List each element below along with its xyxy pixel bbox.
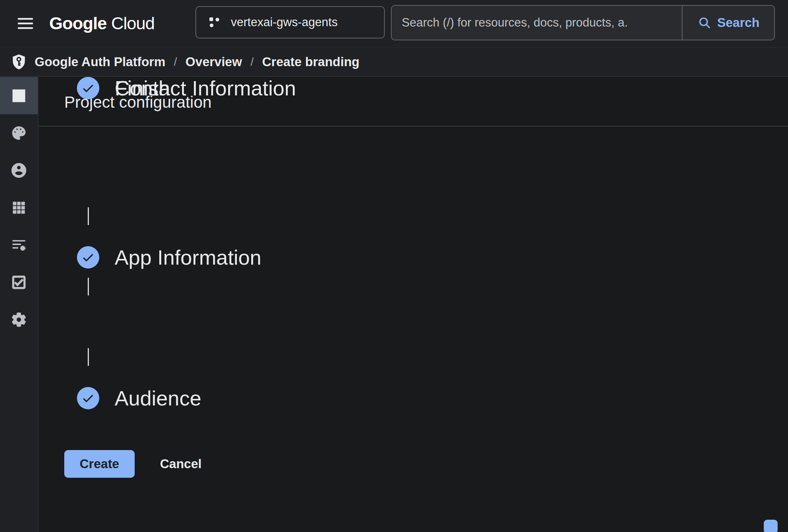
google-cloud-logo[interactable]: Google Cloud	[49, 13, 155, 33]
sidebar-item-branding[interactable]	[0, 114, 38, 152]
sidebar-item-overview[interactable]	[0, 77, 38, 114]
step-connector	[88, 348, 89, 366]
sidebar-item-clients[interactable]	[0, 189, 38, 226]
gear-icon	[10, 311, 27, 328]
sidebar	[0, 77, 38, 532]
logo-google-text: Google	[49, 13, 107, 33]
sidebar-item-settings[interactable]	[0, 301, 38, 338]
breadcrumb-separator: /	[250, 55, 254, 68]
menu-button[interactable]	[13, 11, 38, 36]
search-button-label: Search	[717, 15, 760, 30]
search-input[interactable]	[392, 6, 682, 40]
step-app-information: App Information	[77, 246, 261, 269]
step-connector	[88, 278, 89, 295]
bottom-right-fab[interactable]	[764, 520, 778, 532]
hamburger-icon	[15, 13, 35, 33]
cancel-button[interactable]: Cancel	[156, 450, 205, 478]
step-label: Finish	[115, 76, 170, 100]
title-divider	[39, 126, 788, 127]
step-audience: Audience	[77, 387, 201, 409]
apps-grid-icon	[10, 199, 27, 216]
step-completed-check-icon	[77, 77, 99, 99]
logo-cloud-text: Cloud	[111, 13, 155, 33]
step-label: Audience	[115, 386, 201, 410]
step-finish: Finish	[77, 77, 170, 99]
project-icon	[207, 15, 222, 30]
main-panel: Project configuration App Information Au…	[39, 77, 788, 532]
breadcrumb: Google Auth Platform / Overview / Create…	[0, 47, 788, 77]
step-label: App Information	[115, 245, 261, 269]
step-connector	[88, 207, 89, 225]
breadcrumb-separator: /	[174, 55, 177, 68]
step-completed-check-icon	[77, 387, 99, 409]
sidebar-item-verification-center[interactable]	[0, 263, 38, 301]
step-completed-check-icon	[77, 246, 99, 269]
search-icon	[697, 15, 712, 30]
breadcrumb-item-google-auth-platform[interactable]: Google Auth Platform	[35, 55, 165, 69]
checkbox-icon	[10, 274, 27, 291]
sidebar-item-audience[interactable]	[0, 152, 38, 189]
search-bar: Search	[391, 5, 775, 40]
breadcrumb-item-create-branding: Create branding	[262, 55, 359, 69]
create-button[interactable]: Create	[64, 450, 135, 478]
list-settings-icon	[10, 237, 27, 253]
project-selector[interactable]: vertexai-gws-agents	[195, 6, 385, 38]
dashboard-icon	[10, 87, 27, 104]
sidebar-item-data-access[interactable]	[0, 226, 38, 263]
form-actions: Create Cancel	[64, 450, 205, 478]
breadcrumb-item-overview[interactable]: Overview	[185, 55, 242, 69]
person-icon	[10, 162, 27, 179]
project-name: vertexai-gws-agents	[231, 15, 337, 29]
auth-platform-shield-icon	[10, 53, 28, 71]
search-button[interactable]: Search	[682, 6, 774, 40]
palette-icon	[10, 125, 27, 142]
top-bar: Google Cloud vertexai-gws-agents Search	[0, 0, 788, 47]
